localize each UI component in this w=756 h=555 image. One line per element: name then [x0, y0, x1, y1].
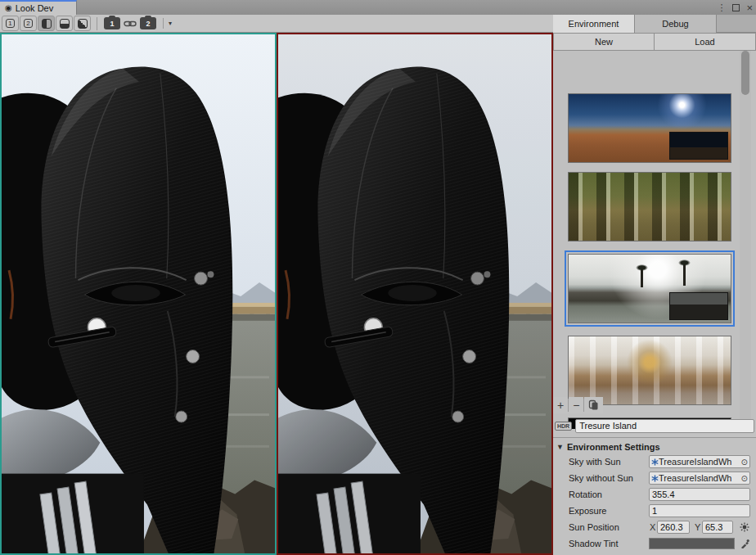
- side-by-side-view-button[interactable]: [38, 16, 55, 31]
- sun-icon: [740, 522, 749, 532]
- island-inset-preview: [669, 292, 728, 320]
- shadow-tint-row: Shadow Tint: [553, 536, 756, 551]
- sun-y-input[interactable]: [702, 521, 733, 534]
- sky-with-sun-object-field[interactable]: TreasureIslandWh ⊙: [649, 455, 750, 468]
- rotation-label: Rotation: [569, 490, 602, 499]
- sun-position-label: Sun Position: [569, 522, 619, 532]
- sun-x-label: X: [650, 522, 655, 532]
- sun-x-input[interactable]: [657, 521, 690, 534]
- hdri-thumbnail-forest[interactable]: [568, 172, 731, 241]
- lookdev-toolbar: 1 2 1 2 ▾: [0, 15, 553, 33]
- hdr-name-row: HDR: [555, 417, 754, 434]
- look-dev-window: ◉ Look Dev ⋮ × 1 2 1: [0, 0, 756, 555]
- cubemap-icon: [651, 458, 659, 466]
- foldout-arrow-icon[interactable]: ▼: [556, 443, 564, 451]
- environment-actions: New Load: [553, 33, 756, 51]
- object-picker-icon[interactable]: ⊙: [741, 458, 748, 467]
- top-bottom-view-button[interactable]: [56, 16, 73, 31]
- desert-inset-preview: [669, 132, 728, 160]
- duplicate-environment-button[interactable]: [584, 397, 603, 413]
- look-dev-tab-label: Look Dev: [16, 3, 53, 13]
- environment-settings-title: Environment Settings: [567, 442, 660, 452]
- exposure-row: Exposure: [553, 503, 756, 518]
- window-maximize-icon[interactable]: [732, 4, 740, 11]
- eyedropper-button[interactable]: [738, 537, 751, 550]
- scrollbar-thumb[interactable]: [741, 51, 749, 95]
- look-dev-eye-icon: ◉: [5, 4, 12, 12]
- window-close-icon[interactable]: ×: [746, 2, 753, 14]
- render-view-1[interactable]: [0, 33, 277, 555]
- remove-environment-button[interactable]: −: [569, 397, 583, 413]
- window-menu-icon[interactable]: ⋮: [717, 2, 726, 13]
- camera-2-label: 2: [146, 20, 150, 28]
- single-view-1-button[interactable]: 1: [2, 16, 19, 31]
- diagonal-split-view-button[interactable]: [74, 16, 91, 31]
- rotation-row: Rotation: [553, 487, 756, 502]
- camera-1-button[interactable]: 1: [104, 17, 120, 29]
- sky-without-sun-label: Sky without Sun: [569, 473, 633, 483]
- sky-without-sun-value: TreasureIslandWh: [659, 473, 740, 483]
- tab-look-dev[interactable]: ◉ Look Dev: [0, 0, 77, 15]
- panel-tabs: Environment Debug: [553, 15, 756, 33]
- render-view-2[interactable]: [277, 33, 553, 555]
- new-button[interactable]: New: [553, 33, 655, 51]
- settings-separator: [553, 437, 756, 438]
- palm-tree: [683, 264, 686, 286]
- hdri-thumbnail-treasure-island[interactable]: [568, 254, 731, 323]
- cubemap-icon: [651, 475, 659, 482]
- single-view-2-button[interactable]: 2: [20, 16, 37, 31]
- hdri-thumbnail-list: [553, 51, 756, 429]
- camera-options-dropdown[interactable]: ▾: [163, 18, 177, 29]
- tab-debug[interactable]: Debug: [635, 15, 717, 33]
- thumbnail-scrollbar[interactable]: [740, 51, 751, 429]
- palm-tree: [641, 269, 643, 287]
- camera-2-button[interactable]: 2: [140, 17, 156, 29]
- hdri-list-toolbar: + −: [553, 396, 756, 414]
- duplicate-icon: [588, 399, 599, 411]
- exposure-label: Exposure: [569, 506, 606, 516]
- top-bottom-icon: [60, 19, 70, 29]
- environment-settings-header[interactable]: ▼ Environment Settings: [556, 440, 753, 453]
- object-picker-icon[interactable]: ⊙: [741, 474, 748, 483]
- sun-y-label: Y: [695, 522, 700, 532]
- sun-position-row: Sun Position X Y: [553, 520, 756, 535]
- sky-with-sun-label: Sky with Sun: [569, 457, 621, 467]
- lookdev-viewport: [0, 33, 553, 555]
- tab-environment[interactable]: Environment: [553, 15, 635, 33]
- add-environment-button[interactable]: +: [553, 397, 568, 413]
- camera-1-label: 1: [110, 20, 114, 28]
- hdri-thumbnail-desert[interactable]: [568, 93, 731, 163]
- link-cameras-icon[interactable]: [124, 20, 137, 28]
- title-bar: ◉ Look Dev ⋮ ×: [0, 0, 756, 15]
- exposure-input[interactable]: [649, 504, 750, 517]
- side-by-side-icon: [42, 19, 52, 29]
- load-button[interactable]: Load: [655, 33, 756, 51]
- eyedropper-icon: [740, 539, 749, 548]
- shadow-tint-label: Shadow Tint: [569, 539, 619, 548]
- environment-panel: Environment Debug New Load +: [553, 15, 756, 555]
- sky-without-sun-row: Sky without Sun TreasureIslandWh ⊙: [553, 471, 756, 485]
- sky-with-sun-row: Sky with Sun TreasureIslandWh ⊙: [553, 454, 756, 469]
- rotation-input[interactable]: [649, 488, 750, 501]
- hdr-badge: HDR: [555, 422, 572, 431]
- toolbar-separator: [97, 17, 97, 30]
- environment-name-input[interactable]: [575, 419, 754, 433]
- diagonal-split-icon: [78, 19, 88, 29]
- pick-sun-button[interactable]: [738, 521, 751, 534]
- sky-without-sun-object-field[interactable]: TreasureIslandWh ⊙: [649, 472, 750, 485]
- single-view-2-label: 2: [24, 19, 33, 28]
- hdri-thumbnail-church[interactable]: [568, 336, 731, 405]
- shadow-tint-color-swatch[interactable]: [649, 538, 735, 549]
- single-view-1-label: 1: [6, 19, 15, 28]
- sky-with-sun-value: TreasureIslandWh: [659, 457, 740, 467]
